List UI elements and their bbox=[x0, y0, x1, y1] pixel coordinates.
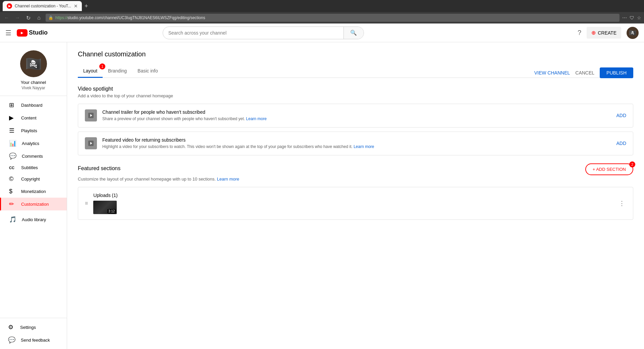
tab-layout-label: Layout bbox=[83, 68, 97, 73]
channel-trailer-desc-text: Share a preview of your channel shown wi… bbox=[102, 116, 246, 121]
tab-close-icon[interactable]: ✕ bbox=[74, 3, 78, 9]
sidebar-item-settings[interactable]: ⚙ Settings bbox=[0, 321, 67, 334]
analytics-label: Analytics bbox=[22, 141, 39, 146]
browser-toolbar: ← → ↻ ⌂ 🔒 https://studio.youtube.com/cha… bbox=[0, 12, 644, 23]
active-tab[interactable]: ▶ Channel customization - YouT... ✕ bbox=[3, 1, 82, 11]
comments-icon: 💬 bbox=[9, 152, 16, 160]
main-content: Channel customization Layout 1 Branding … bbox=[67, 42, 644, 349]
browser-chrome: ▶ Channel customization - YouT... ✕ + ← … bbox=[0, 0, 644, 23]
content-icon: ▶ bbox=[9, 114, 16, 121]
featured-sections-learn-more[interactable]: Learn more bbox=[217, 177, 239, 182]
add-section-label: + ADD SECTION bbox=[593, 167, 626, 172]
sidebar-item-send-feedback[interactable]: 💬 Send feedback bbox=[0, 334, 67, 346]
send-feedback-label: Send feedback bbox=[21, 338, 50, 343]
featured-sections-title: Featured sections bbox=[78, 165, 120, 171]
uploads-content: Uploads (1) 3:12 bbox=[93, 193, 612, 214]
tab-basic-info-label: Basic info bbox=[138, 68, 158, 73]
url-text: https://studio.youtube.com/channel/UC3Iu… bbox=[55, 15, 617, 20]
send-feedback-icon: 💬 bbox=[8, 336, 15, 344]
sidebar-item-subtitles[interactable]: CC Subtitles bbox=[0, 162, 67, 173]
yt-logo-text: Studio bbox=[29, 29, 48, 36]
address-bar[interactable]: 🔒 https://studio.youtube.com/channel/UC3… bbox=[46, 14, 620, 22]
sidebar-item-monetization[interactable]: $ Monetization bbox=[0, 185, 67, 198]
dashboard-icon: ⊞ bbox=[9, 101, 16, 109]
tab-basic-info[interactable]: Basic info bbox=[132, 65, 163, 78]
channel-trailer-learn-more[interactable]: Learn more bbox=[246, 116, 267, 121]
subtitles-icon: CC bbox=[9, 166, 16, 170]
sidebar-avatar: 🏴‍☠️ bbox=[20, 50, 47, 77]
playlists-label: Playlists bbox=[21, 128, 37, 133]
sidebar-item-analytics[interactable]: 📊 Analytics bbox=[0, 137, 67, 150]
tabs-bar: Layout 1 Branding Basic info VIEW CHANNE… bbox=[78, 65, 633, 78]
tab-branding[interactable]: Branding bbox=[103, 65, 132, 78]
yt-logo-icon: ▶ bbox=[17, 29, 28, 37]
sidebar-item-copyright[interactable]: © Copyright bbox=[0, 173, 67, 185]
drag-handle-icon[interactable]: ≡ bbox=[85, 200, 88, 206]
channel-trailer-desc: Share a preview of your channel shown wi… bbox=[102, 116, 611, 122]
shield-icon[interactable]: 🛡 bbox=[630, 15, 634, 20]
page-actions: VIEW CHANNEL CANCEL PUBLISH bbox=[534, 67, 633, 78]
add-section-badge: 2 bbox=[629, 161, 635, 167]
featured-video-content: Featured video for returning subscribers… bbox=[102, 137, 611, 150]
featured-video-icon bbox=[85, 137, 97, 149]
uploads-more-options-button[interactable]: ⋮ bbox=[618, 198, 626, 208]
channel-trailer-add-button[interactable]: ADD bbox=[616, 113, 626, 118]
sidebar-item-playlists[interactable]: ☰ Playlists bbox=[0, 124, 67, 137]
create-label: CREATE bbox=[598, 30, 616, 36]
star-icon[interactable]: ☆ bbox=[637, 15, 641, 20]
search-button[interactable]: 🔍 bbox=[343, 27, 364, 39]
forward-icon[interactable]: → bbox=[13, 15, 21, 21]
toolbar-actions: ⋯ 🛡 ☆ bbox=[622, 15, 641, 20]
featured-sections-header: Featured sections + ADD SECTION 2 bbox=[78, 163, 633, 175]
yt-logo[interactable]: ▶ Studio bbox=[17, 29, 48, 37]
featured-video-add-button[interactable]: ADD bbox=[616, 141, 626, 146]
home-icon[interactable]: ⌂ bbox=[35, 15, 43, 21]
sidebar-item-audio-library[interactable]: 🎵 Audio library bbox=[0, 213, 67, 226]
extensions-icon[interactable]: ⋯ bbox=[622, 15, 627, 20]
back-icon[interactable]: ← bbox=[3, 15, 11, 21]
copyright-label: Copyright bbox=[21, 177, 40, 182]
uploads-title: Uploads (1) bbox=[93, 193, 612, 198]
search-input[interactable] bbox=[163, 30, 343, 36]
add-section-button[interactable]: + ADD SECTION 2 bbox=[585, 163, 633, 175]
header-search: 🔍 bbox=[163, 27, 364, 39]
reload-icon[interactable]: ↻ bbox=[24, 15, 32, 21]
sidebar-profile: 🏴‍☠️ Your channel Vivek Nayyar bbox=[0, 42, 67, 96]
channel-trailer-icon bbox=[85, 109, 97, 121]
sidebar-nav: ⊞ Dashboard ▶ Content ☰ Playlists 📊 Anal… bbox=[0, 96, 67, 318]
content-label: Content bbox=[21, 115, 37, 120]
publish-button[interactable]: PUBLISH bbox=[600, 67, 633, 78]
tab-layout[interactable]: Layout 1 bbox=[78, 65, 103, 78]
playlists-icon: ☰ bbox=[9, 127, 16, 134]
view-channel-button[interactable]: VIEW CHANNEL bbox=[534, 70, 570, 76]
url-rest: studio.youtube.com/channel/UC3IugTNJ81NA… bbox=[67, 15, 205, 20]
sidebar-item-comments[interactable]: 💬 Comments bbox=[0, 150, 67, 162]
customization-label: Customization bbox=[21, 202, 49, 207]
help-icon[interactable]: ? bbox=[578, 29, 581, 37]
featured-sections: Featured sections + ADD SECTION 2 Custom… bbox=[78, 163, 633, 220]
audio-library-label: Audio library bbox=[22, 217, 46, 222]
settings-label: Settings bbox=[20, 325, 36, 330]
monetization-label: Monetization bbox=[21, 189, 46, 194]
create-button[interactable]: ⊕ CREATE bbox=[587, 27, 621, 39]
sidebar-item-customization[interactable]: ✏ Customization bbox=[0, 198, 67, 210]
avatar[interactable]: 🏴‍☠️ bbox=[627, 27, 639, 39]
uploads-section: ≡ Uploads (1) 3:12 ⋮ bbox=[78, 187, 633, 220]
monetization-icon: $ bbox=[9, 188, 16, 195]
comments-label: Comments bbox=[22, 154, 43, 159]
search-bar: 🔍 bbox=[163, 27, 364, 39]
settings-icon: ⚙ bbox=[8, 323, 15, 331]
cancel-button[interactable]: CANCEL bbox=[575, 70, 594, 76]
featured-sections-desc-text: Customize the layout of your channel hom… bbox=[78, 177, 217, 182]
page-title: Channel customization bbox=[78, 50, 633, 58]
sidebar-item-content[interactable]: ▶ Content bbox=[0, 111, 67, 124]
header-actions: ? ⊕ CREATE 🏴‍☠️ bbox=[578, 27, 639, 39]
browser-tabs: ▶ Channel customization - YouT... ✕ + bbox=[0, 0, 644, 12]
featured-video-learn-more[interactable]: Learn more bbox=[354, 144, 374, 149]
channel-trailer-content: Channel trailer for people who haven't s… bbox=[102, 109, 611, 122]
hamburger-icon[interactable]: ☰ bbox=[5, 29, 11, 37]
sidebar-item-dashboard[interactable]: ⊞ Dashboard bbox=[0, 99, 67, 111]
new-tab-icon[interactable]: + bbox=[85, 3, 88, 10]
sidebar-bottom: ⚙ Settings 💬 Send feedback bbox=[0, 318, 67, 349]
video-spotlight-desc: Add a video to the top of your channel h… bbox=[78, 93, 633, 98]
